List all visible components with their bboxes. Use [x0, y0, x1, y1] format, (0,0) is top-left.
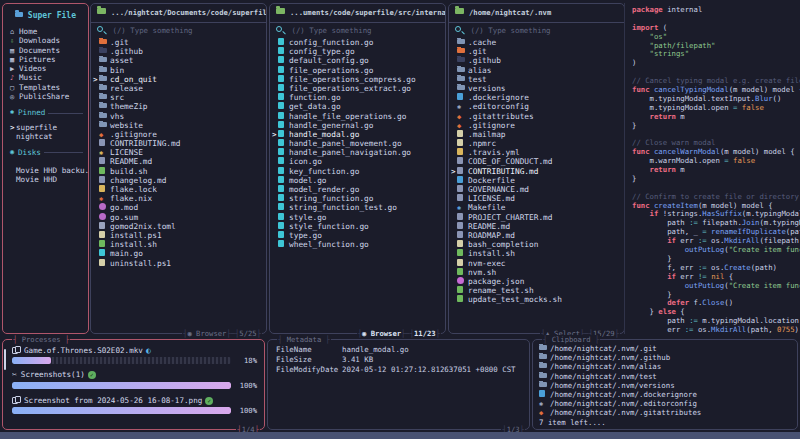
file-row[interactable]: install.ps1 — [91, 231, 266, 240]
file-row[interactable]: update_test_mocks.sh — [449, 295, 624, 304]
sidebar-item-videos[interactable]: ▶Videos — [3, 64, 88, 73]
file-row[interactable]: src — [91, 93, 266, 102]
file-row[interactable]: key_function.go — [270, 167, 445, 176]
file-row[interactable]: get_data.go — [270, 102, 445, 111]
file-row[interactable]: ✱.editorconfig — [449, 102, 624, 111]
file-row[interactable]: release — [91, 84, 266, 93]
file-row[interactable]: default_config.go — [270, 56, 445, 65]
file-row[interactable]: config_function.go — [270, 38, 445, 47]
search-bar[interactable]: (/) Type something — [270, 23, 445, 37]
file-row[interactable]: flake.lock — [91, 185, 266, 194]
file-row[interactable]: CODE_OF_CONDUCT.md — [449, 157, 624, 166]
file-row[interactable]: changelog.md — [91, 176, 266, 185]
file-row[interactable]: main.go — [91, 249, 266, 258]
sidebar-item-music[interactable]: ♪Music — [3, 73, 88, 82]
file-row[interactable]: file_operations_compress.go — [270, 75, 445, 84]
app-logo-folder-icon — [15, 12, 23, 17]
file-row[interactable]: bash_completion — [449, 240, 624, 249]
file-row[interactable]: style_function.go — [270, 222, 445, 231]
file-row[interactable]: model_render.go — [270, 185, 445, 194]
file-row[interactable]: .git — [449, 47, 624, 56]
file-row[interactable]: config_type.go — [270, 47, 445, 56]
file-row[interactable]: vhs — [91, 112, 266, 121]
code-token: MkdirAll — [724, 237, 759, 245]
file-row[interactable]: >CONTRIBUTING.md — [449, 167, 624, 176]
sidebar-item-label: Videos — [19, 64, 46, 73]
file-row[interactable]: ✱Makefile — [449, 203, 624, 212]
file-row[interactable]: string_function_test.go — [270, 203, 445, 212]
file-row[interactable]: ◆.gitignore — [91, 130, 266, 139]
file-row[interactable]: icon.go — [270, 157, 445, 166]
processes-scrollbar[interactable] — [4, 349, 6, 370]
file-row[interactable]: >cd_on_quit — [91, 75, 266, 84]
file-row[interactable]: .travis.yml — [449, 148, 624, 157]
search-bar[interactable]: (/) Type something — [449, 23, 624, 37]
file-row[interactable]: LICENSE.md — [449, 194, 624, 203]
file-row[interactable]: string_function.go — [270, 194, 445, 203]
code-token — [632, 50, 650, 58]
file-row[interactable]: asset — [91, 56, 266, 65]
file-row[interactable]: README.md — [449, 222, 624, 231]
file-row[interactable]: nvm.sh — [449, 268, 624, 277]
file-row[interactable]: file_operations_extract.go — [270, 84, 445, 93]
sidebar-item-documents[interactable]: ▤Documents — [3, 46, 88, 55]
file-icon — [99, 231, 105, 238]
file-row[interactable]: go.sum — [91, 213, 266, 222]
search-bar[interactable]: (/) Type something — [91, 23, 266, 37]
metadata-title: Metadata — [287, 335, 322, 344]
disk-item[interactable]: Movie HHD backu... — [3, 166, 88, 175]
file-row[interactable]: handle_file_operations.go — [270, 112, 445, 121]
file-row[interactable]: alias — [449, 66, 624, 75]
file-row[interactable]: >handle_modal.go — [270, 130, 445, 139]
file-row[interactable]: bin — [91, 66, 266, 75]
file-row[interactable]: nvm-exec — [449, 259, 624, 268]
file-row[interactable]: test — [449, 75, 624, 84]
file-row[interactable]: handle_panel_movement.go — [270, 139, 445, 148]
file-row[interactable]: ROADMAP.md — [449, 231, 624, 240]
file-row[interactable]: .dockerignore — [449, 93, 624, 102]
file-row[interactable]: GOVERNANCE.md — [449, 185, 624, 194]
file-row[interactable]: ◆.gitattributes — [449, 112, 624, 121]
file-row[interactable]: .npmrc — [449, 139, 624, 148]
file-row[interactable]: .git — [91, 38, 266, 47]
pinned-item-nightcat[interactable]: nightcat — [3, 132, 88, 141]
file-row[interactable]: gomod2nix.toml — [91, 222, 266, 231]
file-row[interactable]: install.sh — [449, 249, 624, 258]
file-row[interactable]: ✱flake.nix — [91, 194, 266, 203]
file-row[interactable]: .mailmap — [449, 130, 624, 139]
file-row[interactable]: rename_test.sh — [449, 286, 624, 295]
disk-item[interactable]: Movie HHD — [3, 175, 88, 184]
sidebar-item-pictures[interactable]: ▦Pictures — [3, 55, 88, 64]
metadata-value: 2024-05-12 01:27:12.812637051 +0800 CST — [342, 365, 516, 375]
file-row[interactable]: type.go — [270, 231, 445, 240]
file-row[interactable]: Dockerfile — [449, 176, 624, 185]
file-row[interactable]: uninstall.ps1 — [91, 259, 266, 268]
file-row[interactable]: handle_genernal.go — [270, 121, 445, 130]
file-row[interactable]: wheel_function.go — [270, 240, 445, 249]
sidebar-item-templates[interactable]: ▢Templates — [3, 83, 88, 92]
sidebar-item-home[interactable]: ⌂Home — [3, 27, 88, 36]
sidebar-item-publicshare[interactable]: ◎PublicShare — [3, 92, 88, 101]
file-row[interactable]: ◆.gitignore — [449, 121, 624, 130]
file-row[interactable]: versions — [449, 84, 624, 93]
file-row[interactable]: package.json — [449, 277, 624, 286]
file-row[interactable]: handle_panel_navigation.go — [270, 148, 445, 157]
file-row[interactable]: model.go — [270, 176, 445, 185]
file-row[interactable]: .github — [91, 47, 266, 56]
file-row[interactable]: build.sh — [91, 167, 266, 176]
file-row[interactable]: go.mod — [91, 203, 266, 212]
file-row[interactable]: install.sh — [91, 240, 266, 249]
file-row[interactable]: CONTRIBUTING.md — [91, 139, 266, 148]
file-row[interactable]: file_operations.go — [270, 66, 445, 75]
sidebar-item-downloads[interactable]: ⇩Downloads — [3, 36, 88, 45]
file-row[interactable]: themeZip — [91, 102, 266, 111]
file-row[interactable]: style.go — [270, 213, 445, 222]
file-row[interactable]: PROJECT_CHARTER.md — [449, 213, 624, 222]
file-row[interactable]: README.md — [91, 157, 266, 166]
file-row[interactable]: website — [91, 121, 266, 130]
file-row[interactable]: .cache — [449, 38, 624, 47]
file-row[interactable]: function.go — [270, 93, 445, 102]
file-row[interactable]: .github — [449, 56, 624, 65]
file-row[interactable]: ✱LICENSE — [91, 148, 266, 157]
pinned-item-superfile[interactable]: >superfile — [3, 123, 88, 132]
